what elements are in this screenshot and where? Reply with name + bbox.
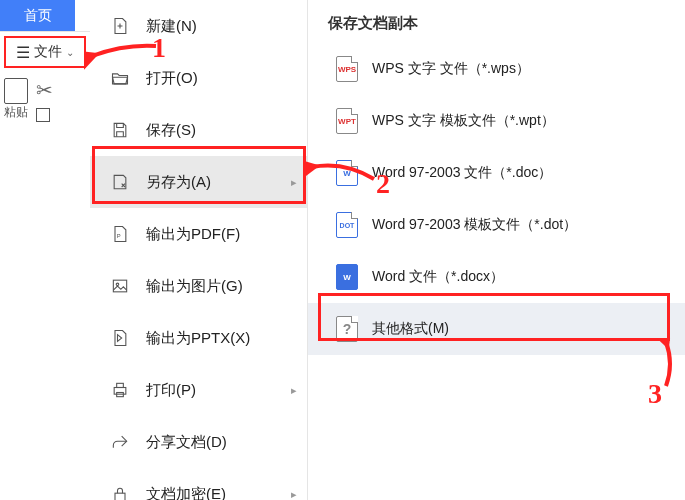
docx-file-icon: W xyxy=(336,264,358,290)
filetype-wpt[interactable]: WPT WPS 文字 模板文件（*.wpt） xyxy=(308,95,685,147)
clipboard-group: 粘贴 ✂ xyxy=(0,74,90,126)
panel-title: 保存文档副本 xyxy=(308,0,685,43)
paste-button[interactable]: 粘贴 xyxy=(4,78,28,122)
menu-label: 输出为PDF(F) xyxy=(146,225,240,244)
share-icon xyxy=(110,432,130,452)
filetype-label: Word 文件（*.docx） xyxy=(372,268,504,286)
svg-text:P: P xyxy=(117,233,121,239)
svg-point-2 xyxy=(116,283,119,286)
svg-rect-6 xyxy=(115,493,125,500)
save-icon xyxy=(110,120,130,140)
menu-share[interactable]: 分享文档(D) xyxy=(90,416,307,468)
pdf-icon: P xyxy=(110,224,130,244)
tab-home[interactable]: 首页 xyxy=(0,0,75,31)
menu-label: 分享文档(D) xyxy=(146,433,227,452)
filetype-label: Word 97-2003 模板文件（*.dot） xyxy=(372,216,577,234)
svg-rect-3 xyxy=(114,388,126,395)
menu-label: 输出为图片(G) xyxy=(146,277,243,296)
doc-file-icon: W xyxy=(336,160,358,186)
filetype-label: Word 97-2003 文件（*.doc） xyxy=(372,164,552,182)
dot-file-icon: DOT xyxy=(336,212,358,238)
cut-copy-group: ✂ xyxy=(36,78,53,122)
chevron-down-icon: ⌄ xyxy=(66,47,74,58)
menu-label: 打印(P) xyxy=(146,381,196,400)
new-doc-icon xyxy=(110,16,130,36)
menu-label: 文档加密(E) xyxy=(146,485,226,501)
pptx-icon xyxy=(110,328,130,348)
folder-open-icon xyxy=(110,68,130,88)
lock-icon xyxy=(110,484,130,500)
filetype-label: WPS 文字 文件（*.wps） xyxy=(372,60,530,78)
filetype-other[interactable]: ? 其他格式(M) xyxy=(308,303,685,355)
chevron-right-icon: ▸ xyxy=(291,384,297,397)
file-button-label: 文件 xyxy=(34,43,62,61)
svg-rect-1 xyxy=(113,280,126,292)
filetype-doc[interactable]: W Word 97-2003 文件（*.doc） xyxy=(308,147,685,199)
menu-export-image[interactable]: 输出为图片(G) xyxy=(90,260,307,312)
menu-new[interactable]: 新建(N) xyxy=(90,0,307,52)
chevron-right-icon: ▸ xyxy=(291,176,297,189)
filetype-docx[interactable]: W Word 文件（*.docx） xyxy=(308,251,685,303)
filetype-label: 其他格式(M) xyxy=(372,320,449,338)
paste-icon xyxy=(4,78,28,104)
other-format-icon: ? xyxy=(336,316,358,342)
menu-label: 打开(O) xyxy=(146,69,198,88)
menu-export-pptx[interactable]: 输出为PPTX(X) xyxy=(90,312,307,364)
menu-label: 输出为PPTX(X) xyxy=(146,329,250,348)
menu-save[interactable]: 保存(S) xyxy=(90,104,307,156)
file-menu-button[interactable]: ☰ 文件 ⌄ xyxy=(4,36,86,68)
wpt-file-icon: WPT xyxy=(336,108,358,134)
print-icon xyxy=(110,380,130,400)
save-as-icon xyxy=(110,172,130,192)
paste-label: 粘贴 xyxy=(4,104,28,121)
menu-label: 新建(N) xyxy=(146,17,197,36)
menu-print[interactable]: 打印(P) ▸ xyxy=(90,364,307,416)
chevron-right-icon: ▸ xyxy=(291,488,297,501)
filetype-wps[interactable]: WPS WPS 文字 文件（*.wps） xyxy=(308,43,685,95)
file-menu: 新建(N) 打开(O) 保存(S) 另存为(A) ▸ P 输出为PDF(F) 输… xyxy=(90,0,308,500)
menu-open[interactable]: 打开(O) xyxy=(90,52,307,104)
copy-icon[interactable] xyxy=(36,108,50,122)
left-toolbar: ☰ 文件 ⌄ 粘贴 ✂ xyxy=(0,32,90,126)
svg-rect-4 xyxy=(117,383,124,387)
menu-label: 保存(S) xyxy=(146,121,196,140)
cut-icon[interactable]: ✂ xyxy=(36,78,53,102)
menu-encrypt[interactable]: 文档加密(E) ▸ xyxy=(90,468,307,500)
filetype-dot[interactable]: DOT Word 97-2003 模板文件（*.dot） xyxy=(308,199,685,251)
menu-export-pdf[interactable]: P 输出为PDF(F) xyxy=(90,208,307,260)
image-icon xyxy=(110,276,130,296)
menu-label: 另存为(A) xyxy=(146,173,211,192)
hamburger-icon: ☰ xyxy=(16,43,30,62)
save-as-panel: 保存文档副本 WPS WPS 文字 文件（*.wps） WPT WPS 文字 模… xyxy=(308,0,685,500)
menu-save-as[interactable]: 另存为(A) ▸ xyxy=(90,156,307,208)
filetype-label: WPS 文字 模板文件（*.wpt） xyxy=(372,112,555,130)
wps-file-icon: WPS xyxy=(336,56,358,82)
